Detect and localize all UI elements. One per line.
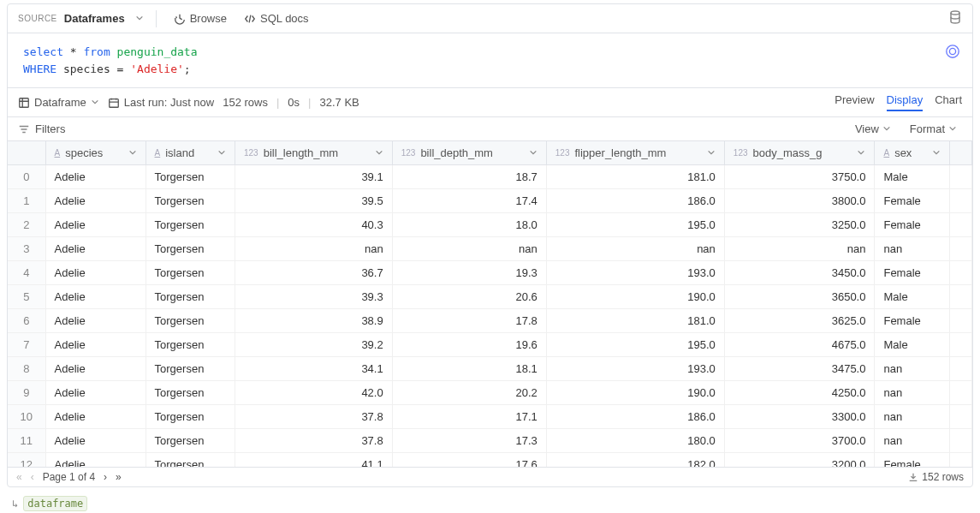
cell-bill_length_mm: 39.1 (235, 165, 392, 189)
cell-bill_length_mm: 34.1 (235, 357, 392, 381)
cell-species: Adelie (45, 285, 146, 309)
table-row[interactable]: 8AdelieTorgersen34.118.1193.03475.0nan (8, 357, 972, 381)
row-index: 3 (8, 237, 45, 261)
table-row[interactable]: 5AdelieTorgersen39.320.6190.03650.0Male (8, 285, 972, 309)
page-first[interactable]: « (16, 471, 22, 483)
table-row[interactable]: 9AdelieTorgersen42.020.2190.04250.0nan (8, 381, 972, 405)
output-tag: dataframe (23, 496, 87, 511)
cell-sex: nan (875, 405, 949, 429)
format-dropdown[interactable]: Format (910, 122, 962, 135)
output-line: ↳ dataframe (0, 491, 980, 513)
cell-island: Torgersen (146, 213, 235, 237)
column-header-bill_length_mm[interactable]: 123bill_length_mm (235, 141, 392, 165)
cell-empty (949, 213, 971, 237)
meta-bar: Dataframe Last run: Just now 152 rows | … (8, 88, 972, 117)
cell-bill_depth_mm: 19.3 (392, 261, 546, 285)
cell-sex: Male (875, 333, 949, 357)
download-icon (908, 472, 918, 482)
chevron-down-icon[interactable] (857, 146, 865, 159)
dataframe-dropdown[interactable]: Dataframe (18, 96, 99, 109)
table-row[interactable]: 2AdelieTorgersen40.318.0195.03250.0Femal… (8, 213, 972, 237)
table-row[interactable]: 4AdelieTorgersen36.719.3193.03450.0Femal… (8, 261, 972, 285)
chevron-down-icon[interactable] (529, 146, 538, 159)
column-name: sex (894, 146, 912, 159)
table-row[interactable]: 1AdelieTorgersen39.517.4186.03800.0Femal… (8, 189, 972, 213)
cell-sex: Female (875, 189, 949, 213)
table-row[interactable]: 7AdelieTorgersen39.219.6195.04675.0Male (8, 333, 972, 357)
cell-species: Adelie (45, 333, 146, 357)
browse-button[interactable]: Browse (169, 9, 232, 27)
cell-species: Adelie (45, 309, 146, 333)
chevron-down-icon (882, 122, 896, 135)
cell-body_mass_g: 3650.0 (724, 285, 875, 309)
download-button[interactable]: 152 rows (908, 471, 964, 483)
cell-island: Torgersen (146, 405, 235, 429)
cell-empty (949, 165, 971, 189)
cell-empty (949, 261, 971, 285)
column-header-flipper_length_mm[interactable]: 123flipper_length_mm (546, 141, 724, 165)
column-header-species[interactable]: Aspecies (45, 141, 146, 165)
row-index: 5 (8, 285, 45, 309)
table-row[interactable]: 10AdelieTorgersen37.817.1186.03300.0nan (8, 405, 972, 429)
cell-sex: nan (875, 381, 949, 405)
source-dropdown[interactable]: Dataframes (64, 12, 144, 25)
table-row[interactable]: 12AdelieTorgersen41.117.6182.03200.0Fema… (8, 453, 972, 468)
cell-sex: Male (875, 285, 949, 309)
cell-sex: nan (875, 429, 949, 453)
column-name: island (165, 146, 194, 159)
cell-flipper_length_mm: 193.0 (546, 357, 724, 381)
cell-bill_depth_mm: 17.3 (392, 429, 546, 453)
cell-island: Torgersen (146, 333, 235, 357)
tab-chart[interactable]: Chart (935, 93, 962, 111)
sql-docs-button[interactable]: SQL docs (239, 9, 314, 27)
svg-rect-3 (20, 98, 29, 107)
table-row[interactable]: 0AdelieTorgersen39.118.7181.03750.0Male (8, 165, 972, 189)
svg-point-2 (949, 48, 955, 54)
column-header-island[interactable]: Aisland (146, 141, 235, 165)
cell-empty (949, 381, 971, 405)
chevron-down-icon[interactable] (375, 146, 383, 159)
cell-bill_depth_mm: 20.6 (392, 285, 546, 309)
tab-preview[interactable]: Preview (834, 93, 874, 111)
cell-species: Adelie (45, 453, 146, 468)
tab-display[interactable]: Display (887, 93, 924, 111)
table-row[interactable]: 11AdelieTorgersen37.817.3180.03700.0nan (8, 429, 972, 453)
column-header-body_mass_g[interactable]: 123body_mass_g (724, 141, 875, 165)
page-prev[interactable]: ‹ (31, 471, 34, 483)
cell-body_mass_g: 3300.0 (724, 405, 875, 429)
run-button[interactable] (945, 44, 960, 59)
chevron-down-icon[interactable] (932, 146, 941, 159)
cell-empty (949, 357, 971, 381)
row-index: 11 (8, 429, 45, 453)
code-icon (244, 13, 256, 25)
filters-bar: Filters View Format (8, 117, 972, 141)
table-scroll[interactable]: AspeciesAisland123bill_length_mm123bill_… (8, 141, 972, 467)
svg-rect-4 (109, 98, 118, 107)
table-row[interactable]: 3AdelieTorgersennannannannannan (8, 237, 972, 261)
cell-bill_length_mm: 42.0 (235, 381, 392, 405)
cell-bill_length_mm: 36.7 (235, 261, 392, 285)
cell-bill_length_mm: 37.8 (235, 429, 392, 453)
cell-body_mass_g: 3200.0 (724, 453, 875, 468)
text-type-icon: A (883, 148, 889, 158)
page-last[interactable]: » (116, 471, 122, 483)
chevron-down-icon[interactable] (707, 146, 716, 159)
number-type-icon: 123 (555, 148, 570, 158)
table-row[interactable]: 6AdelieTorgersen38.917.8181.03625.0Femal… (8, 309, 972, 333)
sql-editor[interactable]: select * from penguin_data WHERE species… (8, 33, 972, 88)
page-next[interactable]: › (104, 471, 107, 483)
chevron-down-icon[interactable] (128, 146, 137, 159)
cell-empty (949, 429, 971, 453)
cell-species: Adelie (45, 165, 146, 189)
view-dropdown[interactable]: View (855, 122, 896, 135)
chevron-down-icon[interactable] (217, 146, 226, 159)
number-type-icon: 123 (244, 148, 258, 158)
source-label: SOURCE (18, 14, 57, 23)
column-header-bill_depth_mm[interactable]: 123bill_depth_mm (392, 141, 546, 165)
database-icon[interactable] (948, 10, 962, 27)
cell-island: Torgersen (146, 309, 235, 333)
cell-sex: Female (875, 213, 949, 237)
filters-label[interactable]: Filters (35, 122, 65, 135)
column-header-sex[interactable]: Asex (875, 141, 949, 165)
last-run: Last run: Just now (108, 96, 215, 109)
